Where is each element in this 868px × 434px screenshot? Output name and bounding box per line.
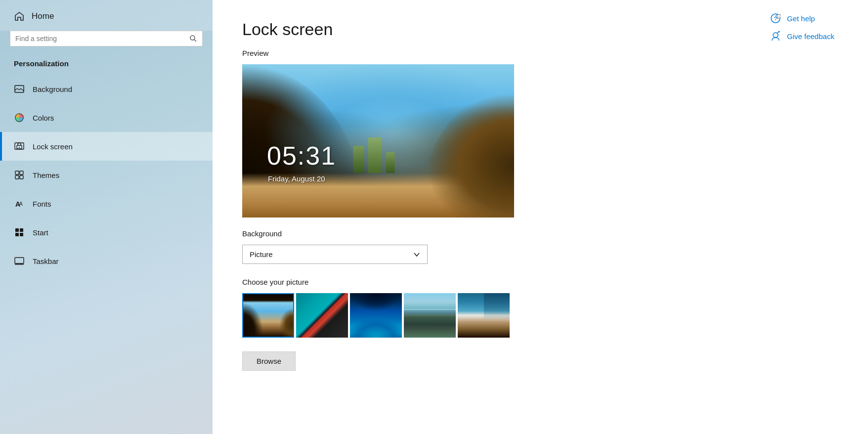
svg-rect-18 xyxy=(15,263,24,265)
svg-rect-8 xyxy=(20,171,23,174)
choose-picture-label: Choose your picture xyxy=(242,278,730,286)
sidebar-item-label: Themes xyxy=(33,171,59,179)
svg-rect-4 xyxy=(15,143,24,149)
search-input[interactable] xyxy=(15,35,189,43)
taskbar-icon xyxy=(14,256,25,266)
svg-line-1 xyxy=(194,40,196,42)
svg-point-0 xyxy=(190,36,195,40)
search-box[interactable] xyxy=(10,31,203,46)
preview-date: Friday, August 20 xyxy=(268,174,325,183)
sidebar: Home Personalization Background xyxy=(0,0,213,434)
svg-rect-2 xyxy=(15,86,24,92)
svg-point-6 xyxy=(19,147,20,148)
start-icon xyxy=(14,227,25,238)
background-dropdown[interactable]: Picture xyxy=(242,245,428,264)
browse-button[interactable]: Browse xyxy=(242,351,296,371)
lock-screen-preview: 05:31 Friday, August 20 xyxy=(242,64,514,217)
get-help-label: Get help xyxy=(787,14,815,23)
sidebar-item-label: Start xyxy=(33,228,48,237)
right-panel: ? 💬 Get help Give feedback xyxy=(759,0,868,434)
page-title: Lock screen xyxy=(242,20,730,39)
sidebar-item-taskbar[interactable]: Taskbar xyxy=(0,247,213,275)
sea-stacks xyxy=(353,137,395,173)
svg-rect-14 xyxy=(20,228,23,232)
svg-rect-7 xyxy=(15,171,19,174)
get-help-link[interactable]: ? 💬 Get help xyxy=(769,12,858,25)
sidebar-item-fonts[interactable]: A A Fonts xyxy=(0,189,213,218)
lock-screen-icon xyxy=(14,141,25,152)
background-icon xyxy=(14,84,25,94)
give-feedback-link[interactable]: Give feedback xyxy=(769,30,858,43)
main-content: Lock screen Preview 05:31 Friday, August… xyxy=(213,0,759,434)
svg-point-23 xyxy=(773,33,778,38)
sidebar-item-label: Lock screen xyxy=(33,142,73,151)
background-dropdown-container: Picture xyxy=(242,245,730,264)
preview-label: Preview xyxy=(242,49,730,57)
svg-rect-17 xyxy=(15,258,24,263)
sidebar-home-button[interactable]: Home xyxy=(0,0,213,31)
svg-rect-13 xyxy=(15,228,19,232)
sidebar-item-label: Background xyxy=(33,85,72,93)
sidebar-item-lock-screen[interactable]: Lock screen xyxy=(0,132,213,161)
give-feedback-icon xyxy=(769,30,782,43)
svg-rect-16 xyxy=(20,233,23,236)
home-label: Home xyxy=(32,11,54,21)
svg-rect-15 xyxy=(15,233,19,236)
svg-rect-10 xyxy=(20,175,23,179)
chevron-down-icon xyxy=(413,251,420,258)
thumbnail-4[interactable] xyxy=(404,293,456,338)
background-section-label: Background xyxy=(242,229,730,238)
svg-text:A: A xyxy=(19,201,23,207)
sidebar-item-label: Fonts xyxy=(33,200,51,208)
get-help-icon: ? 💬 xyxy=(769,12,782,25)
themes-icon xyxy=(14,170,25,180)
sidebar-item-background[interactable]: Background xyxy=(0,75,213,103)
home-icon xyxy=(14,11,25,22)
svg-point-25 xyxy=(779,31,780,33)
thumbnail-3[interactable] xyxy=(350,293,402,338)
sidebar-item-colors[interactable]: Colors xyxy=(0,103,213,132)
sidebar-item-label: Colors xyxy=(33,114,54,122)
thumbnail-1[interactable] xyxy=(242,293,294,338)
search-icon xyxy=(189,35,197,43)
preview-time: 05:31 xyxy=(267,141,336,171)
thumbnail-2[interactable] xyxy=(296,293,348,338)
svg-text:💬: 💬 xyxy=(777,14,781,19)
thumbnail-5[interactable] xyxy=(458,293,510,338)
fonts-icon: A A xyxy=(14,198,25,209)
choose-picture-section: Choose your picture xyxy=(242,278,730,338)
svg-rect-9 xyxy=(15,175,19,179)
sidebar-section-title: Personalization xyxy=(0,54,213,75)
sidebar-item-label: Taskbar xyxy=(33,257,59,265)
sidebar-item-start[interactable]: Start xyxy=(0,218,213,247)
thumbnails-row xyxy=(242,293,730,338)
give-feedback-label: Give feedback xyxy=(787,32,834,41)
sidebar-item-themes[interactable]: Themes xyxy=(0,161,213,189)
colors-icon xyxy=(14,112,25,123)
dropdown-value: Picture xyxy=(250,250,273,259)
